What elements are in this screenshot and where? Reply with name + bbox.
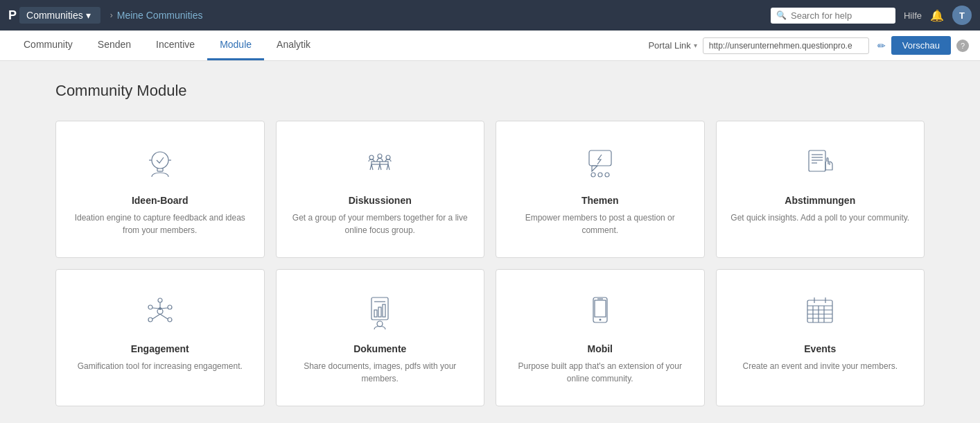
svg-marker-18: [592, 166, 597, 171]
modules-grid: Ideen-Board Ideation engine to capture f…: [55, 121, 925, 406]
tab-module[interactable]: Module: [207, 31, 264, 60]
communities-label: Communities: [26, 10, 83, 21]
svg-point-49: [599, 319, 601, 321]
svg-point-31: [168, 305, 172, 309]
svg-point-21: [605, 173, 609, 177]
module-card-ideen-board[interactable]: Ideen-Board Ideation engine to capture f…: [55, 121, 265, 258]
module-card-abstimmungen[interactable]: Abstimmungen Get quick insights. Add a p…: [716, 121, 925, 258]
abstimmungen-desc: Get quick insights. Add a poll to your c…: [730, 212, 909, 224]
events-name: Events: [804, 343, 836, 354]
svg-point-8: [369, 155, 374, 159]
events-icon: [799, 291, 841, 332]
abstimmungen-icon: [799, 142, 841, 184]
nav-tabs: Community Senden Incentive Module Analyt…: [11, 31, 323, 60]
svg-point-19: [591, 173, 595, 177]
chevron-down-icon: ▾: [86, 10, 91, 21]
module-card-themen[interactable]: Themen Empower members to post a questio…: [496, 121, 705, 258]
secondary-nav: Community Senden Incentive Module Analyt…: [0, 31, 980, 61]
themen-icon: [579, 142, 621, 184]
communities-dropdown[interactable]: Communities ▾: [19, 7, 100, 24]
svg-point-9: [378, 154, 382, 158]
abstimmungen-name: Abstimmungen: [785, 195, 855, 206]
svg-point-32: [148, 318, 152, 322]
svg-line-12: [371, 164, 373, 170]
breadcrumb-separator: ›: [110, 10, 113, 20]
dokumente-name: Dokumente: [353, 343, 406, 354]
svg-line-38: [160, 314, 168, 319]
mobil-desc: Purpose built app that's an extension of…: [510, 360, 690, 385]
svg-rect-48: [595, 300, 606, 317]
svg-point-30: [148, 305, 152, 309]
engagement-name: Engagement: [131, 343, 189, 354]
svg-point-40: [159, 307, 161, 310]
svg-rect-51: [807, 300, 832, 322]
top-bar: P Communities ▾ › Meine Communities 🔍 Hi…: [0, 0, 980, 31]
svg-line-16: [388, 164, 390, 170]
svg-point-10: [386, 155, 390, 159]
search-input[interactable]: [791, 10, 890, 21]
ideen-board-name: Ideen-Board: [132, 195, 189, 206]
svg-point-34: [158, 298, 162, 302]
portal-link-label: Portal Link: [648, 40, 690, 51]
svg-line-37: [152, 314, 160, 319]
module-card-mobil[interactable]: Mobil Purpose built app that's an extens…: [496, 269, 705, 406]
svg-line-14: [380, 164, 381, 170]
diskussionen-desc: Get a group of your members together for…: [290, 212, 471, 236]
portal-link-dropdown[interactable]: Portal Link ▾: [648, 40, 697, 51]
help-circle-icon[interactable]: ?: [956, 40, 969, 52]
tab-community[interactable]: Community: [11, 31, 85, 60]
module-card-events[interactable]: Events Create an event and invite your m…: [716, 269, 925, 406]
tab-senden[interactable]: Senden: [85, 31, 143, 60]
avatar[interactable]: T: [952, 6, 972, 25]
tab-analytik[interactable]: Analytik: [264, 31, 323, 60]
breadcrumb-meine-communities[interactable]: Meine Communities: [117, 10, 203, 21]
search-icon: 🔍: [776, 10, 787, 20]
nav-right: Portal Link ▾ ✏ Vorschau ?: [648, 36, 969, 55]
ideen-board-desc: Ideation engine to capture feedback and …: [70, 212, 250, 236]
portal-url-input[interactable]: [703, 37, 869, 54]
vorschau-button[interactable]: Vorschau: [891, 36, 951, 55]
engagement-icon: [139, 291, 181, 332]
page-title: Community Module: [55, 82, 925, 100]
ideen-board-icon: [139, 142, 181, 184]
svg-point-46: [377, 321, 383, 327]
svg-rect-22: [809, 150, 825, 171]
module-card-dokumente[interactable]: Dokumente Share documents, images, pdfs …: [276, 269, 485, 406]
diskussionen-name: Diskussionen: [349, 195, 412, 206]
svg-rect-44: [378, 307, 381, 317]
engagement-desc: Gamification tool for increasing engagem…: [78, 360, 243, 372]
diskussionen-icon: [359, 142, 401, 184]
dokumente-desc: Share documents, images, pdfs with your …: [290, 360, 471, 385]
svg-rect-43: [374, 310, 377, 317]
chevron-down-icon: ▾: [694, 42, 697, 49]
top-bar-right: 🔍 Hilfe 🔔 T: [771, 6, 972, 25]
dokumente-icon: [359, 291, 401, 332]
module-card-diskussionen[interactable]: Diskussionen Get a group of your members…: [276, 121, 485, 258]
bell-icon[interactable]: 🔔: [930, 9, 944, 22]
themen-name: Themen: [581, 195, 619, 206]
events-desc: Create an event and invite your members.: [743, 360, 898, 372]
search-box[interactable]: 🔍: [771, 8, 895, 24]
svg-rect-45: [383, 304, 385, 317]
tab-incentive[interactable]: Incentive: [143, 31, 207, 60]
themen-desc: Empower members to post a question or co…: [510, 212, 690, 236]
mobil-name: Mobil: [587, 343, 613, 354]
logo-icon: P: [8, 8, 17, 23]
mobil-icon: [579, 291, 621, 332]
module-card-engagement[interactable]: Engagement Gamification tool for increas…: [55, 269, 265, 406]
svg-point-33: [168, 318, 172, 322]
edit-icon[interactable]: ✏: [877, 40, 886, 51]
main-content: Community Module Ideen-Boar: [0, 61, 980, 423]
svg-point-20: [598, 173, 602, 177]
help-label[interactable]: Hilfe: [904, 10, 922, 21]
svg-point-0: [152, 152, 168, 169]
svg-rect-17: [589, 150, 611, 166]
